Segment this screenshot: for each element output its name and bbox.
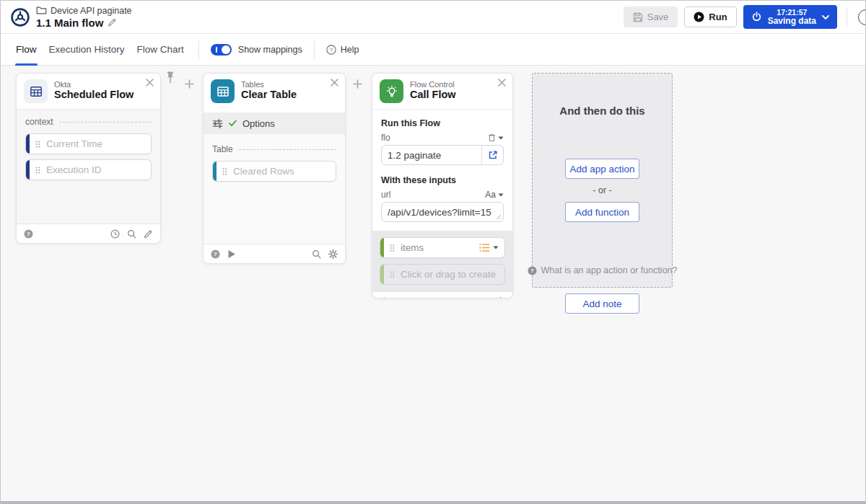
card-app-name: Okta xyxy=(54,80,134,89)
gear-icon[interactable] xyxy=(496,297,505,299)
card-app-name: Flow Control xyxy=(410,80,456,89)
drag-handle-icon[interactable] xyxy=(390,271,395,278)
card-help-icon[interactable]: ? xyxy=(24,229,33,239)
power-icon xyxy=(751,12,762,22)
help-menu-item[interactable]: ? Help xyxy=(326,45,359,55)
insert-card-plus-icon-2[interactable] xyxy=(353,79,362,89)
card-scheduled-flow[interactable]: Okta Scheduled Flow context Curren xyxy=(16,73,161,244)
insert-card-plus-icon[interactable] xyxy=(185,79,194,89)
check-icon xyxy=(229,120,237,127)
top-header: Device API paginate 1.1 Main flow Save xyxy=(1,1,865,34)
card-help-icon[interactable]: ? xyxy=(380,297,389,299)
drag-handle-icon[interactable] xyxy=(35,167,40,174)
help-icon: ? xyxy=(326,45,336,55)
options-label: Options xyxy=(242,118,275,129)
svg-text:?: ? xyxy=(330,46,333,53)
open-flow-external-link-icon[interactable] xyxy=(481,146,503,164)
edit-pencil-icon[interactable] xyxy=(144,229,153,239)
card-call-flow[interactable]: Flow Control Call Flow Run this Flow flo xyxy=(372,73,513,299)
flow-outputs-dropzone[interactable]: items Click or drag to create xyxy=(372,231,512,291)
url-field-label: url xyxy=(381,190,390,200)
tab-execution-history[interactable]: Execution History xyxy=(48,34,126,66)
tab-flow-chart[interactable]: Flow Chart xyxy=(136,34,185,66)
tabbar-divider-2 xyxy=(314,40,315,59)
context-section-label: context xyxy=(25,117,53,127)
run-button-label: Run xyxy=(709,12,727,22)
search-icon[interactable] xyxy=(479,297,489,299)
add-function-label: Add function xyxy=(575,207,629,218)
add-function-button[interactable]: Add function xyxy=(565,202,639,222)
add-app-action-label: Add app action xyxy=(569,164,634,174)
card-clear-table[interactable]: Tables Clear Table Options Table xyxy=(203,73,346,264)
flo-value-input[interactable] xyxy=(382,150,481,161)
card-step-name: Scheduled Flow xyxy=(54,89,134,100)
list-type-dropdown[interactable] xyxy=(479,243,499,252)
help-circle-icon[interactable] xyxy=(858,9,865,25)
flow-canvas[interactable]: Okta Scheduled Flow context Curren xyxy=(1,66,865,501)
url-value-input[interactable] xyxy=(382,207,503,218)
svg-text:?: ? xyxy=(27,231,30,237)
output-chip-items[interactable]: items xyxy=(380,237,505,258)
flo-type-dropdown[interactable] xyxy=(488,133,504,142)
sliders-icon xyxy=(212,119,223,128)
close-icon[interactable] xyxy=(498,79,506,87)
section-dashed-line xyxy=(59,122,152,123)
card-step-name: Call Flow xyxy=(410,89,456,100)
table-section-label: Table xyxy=(212,144,233,154)
url-input-wrap xyxy=(381,202,504,222)
chip-label: Click or drag to create xyxy=(401,269,496,280)
flo-field-label: flo xyxy=(381,133,390,143)
header-divider xyxy=(847,8,847,27)
okta-app-icon xyxy=(24,79,48,103)
run-button[interactable]: Run xyxy=(684,6,736,27)
chip-label: items xyxy=(401,242,424,253)
tab-bar: Flow Execution History Flow Chart Show m… xyxy=(1,34,865,66)
show-mappings-toggle[interactable] xyxy=(211,44,232,56)
create-output-chip[interactable]: Click or drag to create xyxy=(380,264,505,285)
text-type-dropdown[interactable]: Aa xyxy=(485,190,504,200)
saving-status-button[interactable]: 17:21:57 Saving data xyxy=(743,5,837,29)
flow-control-app-icon xyxy=(380,79,403,103)
options-row[interactable]: Options xyxy=(204,112,345,134)
tab-flow[interactable]: Flow xyxy=(15,34,38,66)
drag-handle-icon[interactable] xyxy=(222,168,227,175)
search-icon[interactable] xyxy=(127,229,136,239)
next-step-panel: And then do this Add app action - or - A… xyxy=(532,73,673,288)
chip-label: Current Time xyxy=(46,138,102,149)
text-type-label: Aa xyxy=(485,190,496,200)
output-chip-execution-id[interactable]: Execution ID xyxy=(25,159,152,180)
chevron-down-icon xyxy=(822,15,829,19)
breadcrumb: Device API paginate xyxy=(36,6,132,16)
show-mappings-label: Show mappings xyxy=(238,45,302,55)
svg-text:?: ? xyxy=(530,268,534,274)
close-icon[interactable] xyxy=(331,79,338,87)
status-text: Saving data xyxy=(768,17,816,27)
what-is-help-link[interactable]: ? What is an app action or function? xyxy=(528,265,678,275)
app-window: Device API paginate 1.1 Main flow Save xyxy=(0,0,866,504)
chevron-down-icon xyxy=(498,136,504,140)
close-icon[interactable] xyxy=(146,79,154,87)
add-note-button[interactable]: Add note xyxy=(565,293,639,314)
test-play-icon[interactable] xyxy=(227,249,236,259)
add-app-action-button[interactable]: Add app action xyxy=(565,159,639,179)
save-floppy-icon xyxy=(633,12,643,22)
schedule-clock-icon[interactable] xyxy=(110,229,120,239)
drag-handle-icon[interactable] xyxy=(35,141,40,148)
help-filled-icon: ? xyxy=(528,266,537,275)
card-help-icon[interactable]: ? xyxy=(211,249,220,259)
chevron-down-icon xyxy=(498,193,504,197)
pin-icon[interactable] xyxy=(165,71,175,84)
flo-input-wrap xyxy=(381,145,504,165)
test-play-icon[interactable] xyxy=(396,297,405,299)
save-button[interactable]: Save xyxy=(624,6,678,27)
gear-icon[interactable] xyxy=(328,249,338,259)
tab-flow-chart-label: Flow Chart xyxy=(137,44,184,55)
project-name[interactable]: Device API paginate xyxy=(51,6,132,16)
drag-handle-icon[interactable] xyxy=(390,244,395,252)
search-icon[interactable] xyxy=(312,249,321,259)
chip-label: Cleared Rows xyxy=(233,166,294,177)
resize-handle-icon[interactable] xyxy=(496,214,502,220)
output-chip-current-time[interactable]: Current Time xyxy=(25,133,152,154)
edit-title-icon[interactable] xyxy=(108,18,117,27)
output-chip-cleared-rows[interactable]: Cleared Rows xyxy=(212,161,336,182)
